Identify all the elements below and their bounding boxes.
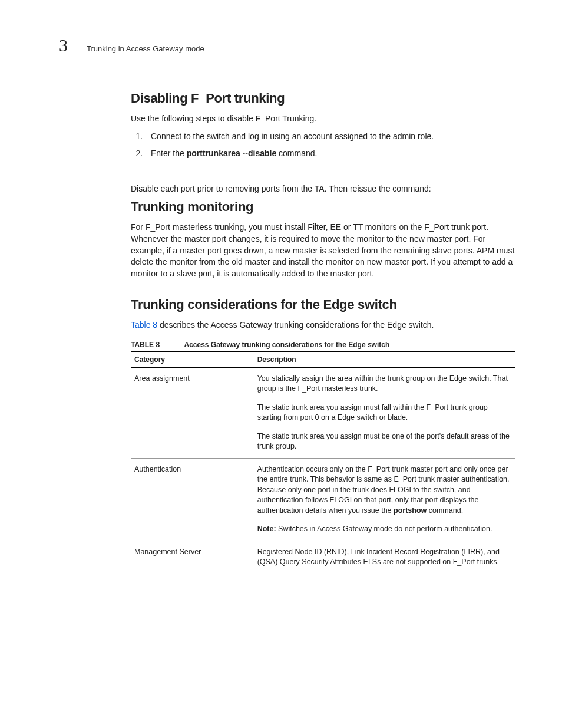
row0-p3: The static trunk area you assign must be… — [257, 431, 511, 452]
row1-description: Authentication occurs only on the F_Port… — [254, 458, 515, 541]
main-content: Disabling F_Port trunking Use the follow… — [131, 91, 515, 574]
chapter-number: 3 — [59, 35, 68, 55]
section1-after: Disable each port prior to removing port… — [131, 183, 515, 195]
row0-p1: You statically assign the area within th… — [257, 374, 508, 393]
step-2-pre: Enter the — [151, 149, 187, 158]
row1-p1c: command. — [427, 506, 463, 515]
step-2: Enter the porttrunkarea --disable comman… — [145, 148, 515, 160]
table-title: Access Gateway trunking considerations f… — [184, 341, 389, 349]
section3-title: Trunking considerations for the Edge swi… — [131, 297, 515, 312]
row1-note-body: Switches in Access Gateway mode do not p… — [276, 525, 492, 533]
col-description: Description — [254, 351, 515, 367]
table-row: Area assignment You statically assign th… — [131, 367, 515, 458]
row1-p1a: Authentication occurs only on the F_Port… — [257, 465, 510, 515]
table-label: TABLE 8 — [131, 341, 160, 349]
table-8-link[interactable]: Table 8 — [131, 320, 157, 330]
row1-note: Note: Switches in Access Gateway mode do… — [257, 524, 511, 535]
section1-title: Disabling F_Port trunking — [131, 91, 515, 106]
row1-category: Authentication — [131, 458, 254, 541]
row0-p2: The static trunk area you assign must fa… — [257, 403, 511, 423]
section2-body: For F_Port masterless trunking, you must… — [131, 222, 515, 279]
row0-category: Area assignment — [131, 367, 254, 458]
section1-intro: Use the following steps to disable F_Por… — [131, 113, 515, 125]
considerations-table: Category Description Area assignment You… — [131, 351, 515, 574]
col-category: Category — [131, 351, 254, 367]
row0-description: You statically assign the area within th… — [254, 367, 515, 458]
section3-intro: Table 8 describes the Access Gateway tru… — [131, 319, 515, 331]
row1-note-label: Note: — [257, 525, 276, 533]
table-row: Authentication Authentication occurs onl… — [131, 458, 515, 541]
row2-category: Management Server — [131, 541, 254, 574]
step-2-command: porttrunkarea --disable — [187, 149, 276, 158]
breadcrumb: Trunking in Access Gateway mode — [87, 44, 204, 53]
steps-list: Connect to the switch and log in using a… — [131, 131, 515, 160]
page-header: 3 Trunking in Access Gateway mode — [59, 35, 515, 55]
table-row: Management Server Registered Node ID (RN… — [131, 541, 515, 574]
section3-intro-rest: describes the Access Gateway trunking co… — [157, 320, 434, 330]
step-1: Connect to the switch and log in using a… — [145, 131, 515, 143]
step-2-post: command. — [276, 149, 317, 158]
row1-cmd: portshow — [394, 506, 427, 515]
section2-title: Trunking monitoring — [131, 199, 515, 215]
row2-description: Registered Node ID (RNID), Link Incident… — [254, 541, 515, 574]
table-caption: TABLE 8 Access Gateway trunking consider… — [131, 341, 515, 349]
